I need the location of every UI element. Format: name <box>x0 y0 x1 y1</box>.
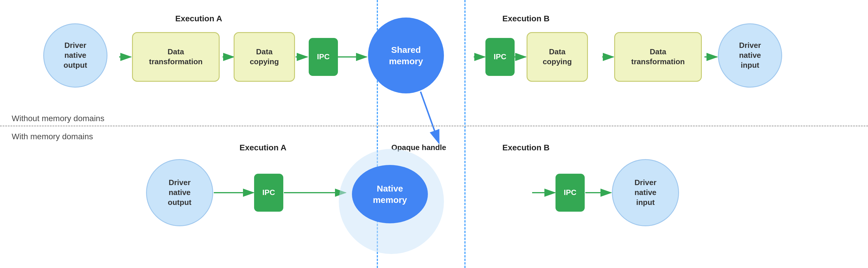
exec-b-label-top: Execution B <box>502 14 550 23</box>
driver-native-output-top: Driver native output <box>43 23 107 88</box>
with-memory-label: With memory domains <box>12 132 93 141</box>
native-memory: Native memory <box>352 165 428 223</box>
diagram-container: Without memory domains With memory domai… <box>0 0 868 268</box>
driver-native-input-top: Driver native input <box>718 23 782 88</box>
data-copying-b: Data copying <box>527 32 588 82</box>
exec-a-label-top: Execution A <box>175 14 222 23</box>
shared-memory: Shared memory <box>368 18 444 93</box>
ipc-b-top: IPC <box>486 38 515 76</box>
data-transformation-b: Data transformation <box>614 32 702 82</box>
vline-right <box>464 0 466 268</box>
driver-native-input-bottom: Driver native input <box>612 159 679 226</box>
without-memory-label: Without memory domains <box>12 114 104 123</box>
hline-separator <box>0 126 868 126</box>
exec-b-label-bottom: Execution B <box>502 143 550 153</box>
ipc-a-top: IPC <box>309 38 338 76</box>
svg-line-11 <box>421 92 439 143</box>
ipc-a-bottom: IPC <box>254 174 283 212</box>
data-copying-a: Data copying <box>234 32 295 82</box>
driver-native-output-bottom: Driver native output <box>146 159 213 226</box>
data-transformation-a: Data transformation <box>132 32 220 82</box>
ipc-b-bottom: IPC <box>556 174 585 212</box>
exec-a-label-bottom: Execution A <box>240 143 286 153</box>
